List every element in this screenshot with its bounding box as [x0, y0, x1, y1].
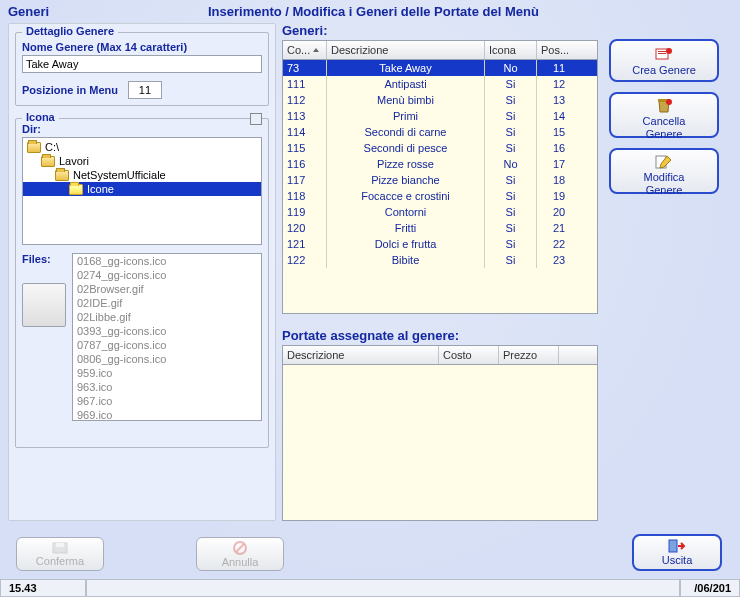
file-item[interactable]: 959.ico [73, 366, 261, 380]
table-cell: 118 [283, 188, 327, 204]
table-cell: Primi [327, 108, 485, 124]
table-cell: 115 [283, 140, 327, 156]
table-cell: 18 [537, 172, 581, 188]
table-row[interactable]: 113PrimiSi14 [283, 108, 597, 124]
files-list[interactable]: 0168_gg-icons.ico0274_gg-icons.ico02Brow… [72, 253, 262, 421]
svg-rect-2 [658, 53, 666, 54]
position-input[interactable] [128, 81, 162, 99]
folder-icon [41, 156, 55, 167]
table-cell: Si [485, 220, 537, 236]
table-cell: 111 [283, 76, 327, 92]
file-item[interactable]: 02Browser.gif [73, 282, 261, 296]
table-row[interactable]: 73Take AwayNo11 [283, 60, 597, 76]
tree-item-label: Lavori [59, 155, 89, 167]
file-item[interactable]: 0274_gg-icons.ico [73, 268, 261, 282]
file-item[interactable]: 967.ico [73, 394, 261, 408]
table-row[interactable]: 114Secondi di carneSi15 [283, 124, 597, 140]
table-row[interactable]: 121Dolci e fruttaSi22 [283, 236, 597, 252]
table-row[interactable]: 115Secondi di pesceSi16 [283, 140, 597, 156]
file-item[interactable]: 0393_gg-icons.ico [73, 324, 261, 338]
file-item[interactable]: 0787_gg-icons.ico [73, 338, 261, 352]
table-cell: 17 [537, 156, 581, 172]
tree-item[interactable]: C:\ [23, 140, 261, 154]
table-cell: 114 [283, 124, 327, 140]
folder-icon [69, 184, 83, 195]
table-cell: 15 [537, 124, 581, 140]
file-item[interactable]: 0168_gg-icons.ico [73, 254, 261, 268]
tree-item[interactable]: Lavori [23, 154, 261, 168]
table-row[interactable]: 116Pizze rosseNo17 [283, 156, 597, 172]
table-cell: Si [485, 92, 537, 108]
icona-checkbox[interactable] [250, 113, 262, 125]
table-cell: 121 [283, 236, 327, 252]
confirm-button: Conferma [16, 537, 104, 571]
table-cell: Si [485, 140, 537, 156]
table-cell: Contorni [327, 204, 485, 220]
window-title-center: Inserimento / Modifica i Generi delle Po… [208, 4, 732, 19]
status-middle [86, 579, 680, 597]
cancel-button: Annulla [196, 537, 284, 571]
tree-item-label: NetSystemUfficiale [73, 169, 166, 181]
portate-col-costo[interactable]: Costo [439, 346, 499, 364]
sort-asc-icon [313, 48, 319, 52]
file-item[interactable]: 02Libbe.gif [73, 310, 261, 324]
portate-grid[interactable]: Descrizione Costo Prezzo [282, 345, 598, 521]
exit-button[interactable]: Uscita [632, 534, 722, 571]
generi-title: Generi: [282, 23, 598, 38]
create-genere-button[interactable]: Crea Genere [609, 39, 719, 82]
tree-item[interactable]: Icone [23, 182, 261, 196]
table-row[interactable]: 118Focacce e crostiniSi19 [283, 188, 597, 204]
portate-col-desc[interactable]: Descrizione [283, 346, 439, 364]
generi-col-pos[interactable]: Pos... [537, 41, 581, 59]
file-item[interactable]: 02IDE.gif [73, 296, 261, 310]
new-icon [655, 45, 673, 63]
table-cell: 13 [537, 92, 581, 108]
file-item[interactable]: 969.ico [73, 408, 261, 421]
generi-grid[interactable]: Co... Descrizione Icona Pos... 73Take Aw… [282, 40, 598, 314]
table-row[interactable]: 111AntipastiSi12 [283, 76, 597, 92]
delete-label-1: Cancella [643, 115, 686, 127]
table-cell: 11 [537, 60, 581, 76]
svg-point-3 [666, 48, 672, 54]
table-cell: No [485, 156, 537, 172]
file-item[interactable]: 963.ico [73, 380, 261, 394]
generi-col-desc[interactable]: Descrizione [327, 41, 485, 59]
table-cell: Si [485, 204, 537, 220]
file-item[interactable]: 0806_gg-icons.ico [73, 352, 261, 366]
delete-icon [655, 98, 673, 114]
table-cell: Menù bimbi [327, 92, 485, 108]
table-cell: 23 [537, 252, 581, 268]
table-cell: Si [485, 76, 537, 92]
icon-preview [22, 283, 66, 327]
tree-item-label: C:\ [45, 141, 59, 153]
window-title-left: Generi [8, 4, 208, 19]
directory-tree[interactable]: C:\LavoriNetSystemUfficialeIcone [22, 137, 262, 245]
table-cell: 73 [283, 60, 327, 76]
table-cell: 119 [283, 204, 327, 220]
table-row[interactable]: 119ContorniSi20 [283, 204, 597, 220]
table-cell: Si [485, 252, 537, 268]
table-row[interactable]: 117Pizze biancheSi18 [283, 172, 597, 188]
tree-item[interactable]: NetSystemUfficiale [23, 168, 261, 182]
table-cell: 122 [283, 252, 327, 268]
name-input[interactable] [22, 55, 262, 73]
table-cell: Dolci e frutta [327, 236, 485, 252]
table-cell: 113 [283, 108, 327, 124]
portate-col-prezzo[interactable]: Prezzo [499, 346, 559, 364]
generi-col-icona[interactable]: Icona [485, 41, 537, 59]
table-row[interactable]: 122BibiteSi23 [283, 252, 597, 268]
modify-label-1: Modifica [644, 171, 685, 183]
table-cell: Secondi di pesce [327, 140, 485, 156]
table-cell: Si [485, 172, 537, 188]
modify-genere-button[interactable]: Modifica Genere [609, 148, 719, 194]
table-cell: Pizze rosse [327, 156, 485, 172]
generi-col-code[interactable]: Co... [283, 41, 327, 59]
folder-icon [27, 142, 41, 153]
svg-rect-8 [56, 543, 64, 547]
delete-genere-button[interactable]: Cancella Genere [609, 92, 719, 138]
table-cell: 16 [537, 140, 581, 156]
status-date: /06/201 [680, 579, 740, 597]
exit-icon [668, 539, 686, 553]
table-row[interactable]: 112Menù bimbiSi13 [283, 92, 597, 108]
table-row[interactable]: 120FrittiSi21 [283, 220, 597, 236]
